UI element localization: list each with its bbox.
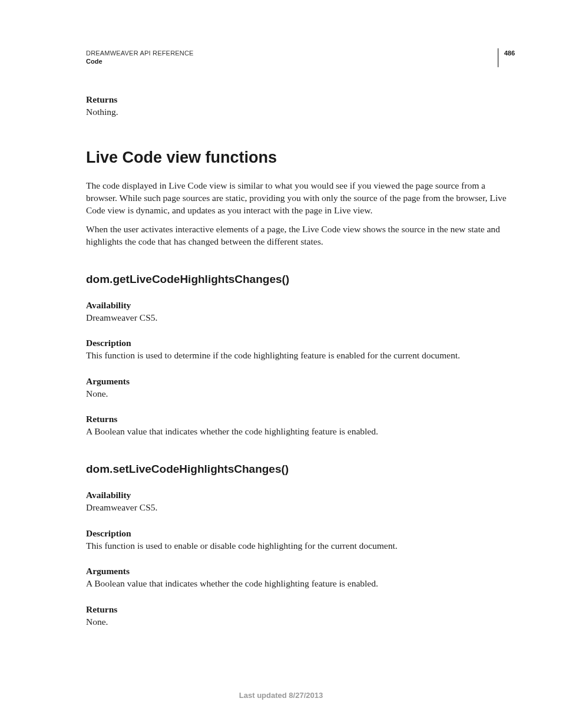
prelude-returns-label: Returns [86, 94, 515, 105]
main-heading: Live Code view functions [86, 149, 515, 167]
returns-value: A Boolean value that indicates whether t… [86, 426, 515, 438]
footer-last-updated: Last updated 8/27/2013 [0, 691, 562, 700]
arguments-block: Arguments None. [86, 376, 515, 400]
description-label: Description [86, 338, 515, 348]
page: DREAMWEAVER API REFERENCE Code 486 Retur… [0, 0, 562, 728]
availability-label: Availability [86, 300, 515, 311]
availability-value: Dreamweaver CS5. [86, 312, 515, 324]
returns-block: Returns None. [86, 604, 515, 628]
returns-label: Returns [86, 414, 515, 424]
availability-block: Availability Dreamweaver CS5. [86, 300, 515, 324]
description-block: Description This function is used to ena… [86, 528, 515, 552]
function-heading: dom.getLiveCodeHighlightsChanges() [86, 273, 515, 286]
availability-block: Availability Dreamweaver CS5. [86, 490, 515, 514]
returns-label: Returns [86, 604, 515, 615]
arguments-block: Arguments A Boolean value that indicates… [86, 566, 515, 590]
description-block: Description This function is used to det… [86, 338, 515, 362]
prelude-returns-value: Nothing. [86, 106, 515, 118]
header-row: DREAMWEAVER API REFERENCE Code 486 [86, 50, 515, 67]
description-value: This function is used to determine if th… [86, 350, 515, 362]
description-value: This function is used to enable or disab… [86, 540, 515, 552]
page-number-wrap: 486 [498, 48, 515, 67]
arguments-label: Arguments [86, 566, 515, 577]
header-left: DREAMWEAVER API REFERENCE Code [86, 50, 194, 65]
returns-value: None. [86, 616, 515, 628]
function-heading: dom.setLiveCodeHighlightsChanges() [86, 463, 515, 476]
returns-block: Returns A Boolean value that indicates w… [86, 414, 515, 438]
page-number: 486 [504, 50, 515, 57]
doc-section: Code [86, 58, 194, 65]
doc-title-small: DREAMWEAVER API REFERENCE [86, 50, 194, 57]
description-label: Description [86, 528, 515, 539]
arguments-value: None. [86, 388, 515, 400]
intro-paragraph-2: When the user activates interactive elem… [86, 223, 515, 248]
availability-label: Availability [86, 490, 515, 500]
arguments-value: A Boolean value that indicates whether t… [86, 578, 515, 590]
availability-value: Dreamweaver CS5. [86, 502, 515, 514]
arguments-label: Arguments [86, 376, 515, 387]
intro-paragraph-1: The code displayed in Live Code view is … [86, 180, 515, 216]
